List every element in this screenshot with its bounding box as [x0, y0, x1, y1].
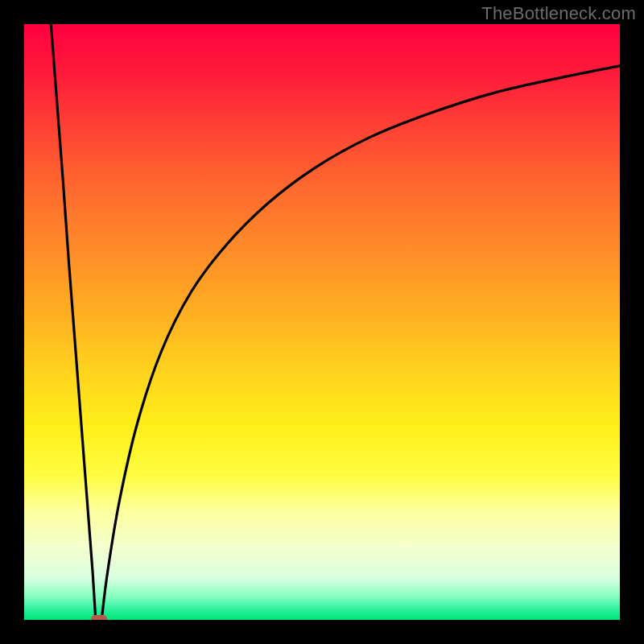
plot-area [24, 24, 620, 620]
watermark-text: TheBottleneck.com [481, 3, 636, 24]
optimal-point-marker [91, 615, 107, 620]
curve-path [51, 24, 620, 620]
bottleneck-curve [24, 24, 620, 620]
chart-frame: TheBottleneck.com [0, 0, 644, 644]
